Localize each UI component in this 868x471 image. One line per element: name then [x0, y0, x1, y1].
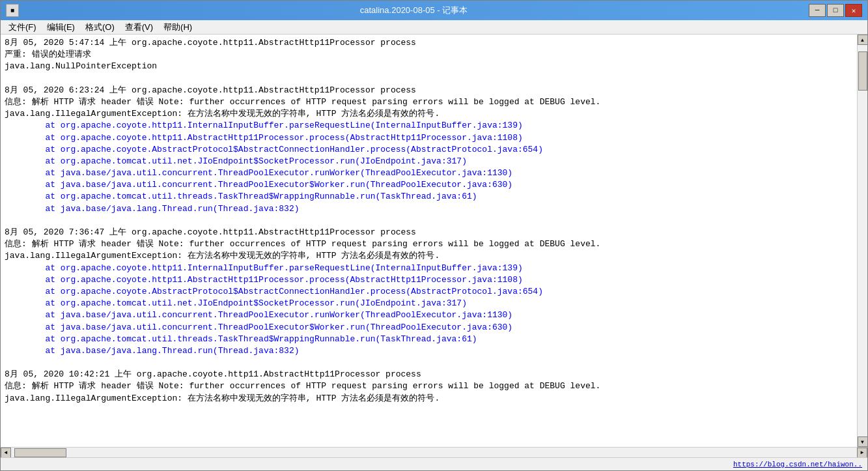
- menu-file[interactable]: 文件(F): [3, 20, 42, 35]
- window-title: catalina.2020-08-05 - 记事本: [19, 5, 809, 16]
- scroll-right-button[interactable]: ►: [857, 448, 867, 458]
- menu-view[interactable]: 查看(V): [120, 20, 158, 35]
- status-link[interactable]: https://blog.csdn.net/haiwon..: [733, 461, 862, 468]
- title-bar: ■ catalina.2020-08-05 - 记事本 ─ □ ✕: [1, 1, 867, 20]
- window-icon[interactable]: ■: [6, 4, 19, 17]
- menu-edit[interactable]: 编辑(E): [42, 20, 80, 35]
- scroll-thumb-vertical[interactable]: [858, 51, 867, 91]
- close-button[interactable]: ✕: [845, 4, 862, 17]
- menu-format[interactable]: 格式(O): [80, 20, 120, 35]
- scroll-track-vertical[interactable]: [858, 45, 867, 436]
- scroll-down-button[interactable]: ▼: [858, 436, 868, 447]
- scroll-track-horizontal[interactable]: [11, 448, 857, 457]
- vertical-scrollbar[interactable]: ▲ ▼: [857, 35, 867, 447]
- bottom-area: ◄ ► https://blog.csdn.net/haiwon..: [1, 447, 867, 470]
- scroll-up-button[interactable]: ▲: [858, 35, 868, 45]
- content-area: 8月 05, 2020 5:47:14 上午 org.apache.coyote…: [1, 35, 867, 447]
- scroll-thumb-horizontal[interactable]: [14, 448, 66, 457]
- menu-bar: 文件(F) 编辑(E) 格式(O) 查看(V) 帮助(H): [1, 20, 867, 35]
- horizontal-scrollbar[interactable]: ◄ ►: [1, 447, 867, 457]
- status-bar: https://blog.csdn.net/haiwon..: [1, 457, 867, 470]
- main-window: ■ catalina.2020-08-05 - 记事本 ─ □ ✕ 文件(F) …: [0, 0, 868, 471]
- minimize-button[interactable]: ─: [809, 4, 826, 17]
- scroll-left-button[interactable]: ◄: [1, 448, 11, 458]
- window-controls: ─ □ ✕: [809, 4, 862, 17]
- maximize-button[interactable]: □: [827, 4, 844, 17]
- menu-help[interactable]: 帮助(H): [158, 20, 197, 35]
- text-content[interactable]: 8月 05, 2020 5:47:14 上午 org.apache.coyote…: [1, 35, 857, 447]
